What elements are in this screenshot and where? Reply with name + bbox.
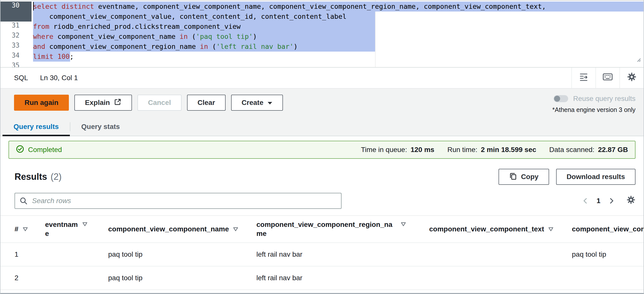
reuse-query-results-area: Reuse query results *Athena engine versi… (552, 95, 635, 113)
banner-metric: Data scanned:22.87 GB (549, 146, 628, 154)
column-header-label: # (15, 225, 19, 233)
actions-row: Run again Explain Cancel Clear Create Re… (1, 89, 643, 111)
sort-icon[interactable] (23, 227, 28, 231)
editor-language-label: SQL (14, 74, 28, 82)
clear-button[interactable]: Clear (187, 95, 226, 111)
check-circle-icon (16, 145, 24, 155)
explain-button[interactable]: Explain (74, 95, 132, 111)
metric-value: 2 min 18.599 sec (481, 146, 536, 154)
sort-icon[interactable] (82, 222, 88, 226)
gutter-line-number: 33 (1, 42, 32, 52)
code-token-pl: riodb_enriched_prod.clickstream_componen… (49, 23, 241, 30)
run-again-button[interactable]: Run again (14, 95, 69, 111)
table-preferences-button[interactable] (626, 195, 635, 206)
banner-metric: Time in queue:120 ms (361, 146, 434, 154)
code-token-pl: ( (208, 43, 216, 50)
code-area[interactable]: select distinct eventname, component_vie… (32, 1, 643, 67)
column-header-label: eventname (45, 220, 78, 238)
query-actions-area: Run again Explain Cancel Clear Create Re… (1, 89, 643, 136)
table-cell: paq tool tip (103, 250, 251, 258)
external-link-icon (114, 98, 121, 107)
code-token-pl: ) (253, 33, 257, 40)
column-header-label: component_view_component_text (429, 225, 544, 233)
copy-button[interactable]: Copy (499, 169, 549, 185)
gear-icon (626, 195, 635, 206)
code-line[interactable] (33, 62, 643, 67)
code-line[interactable]: select distinct eventname, component_vie… (33, 2, 643, 12)
code-text: limit 100; (33, 53, 74, 60)
reuse-results-toggle[interactable] (554, 95, 568, 102)
download-results-button[interactable]: Download results (556, 169, 635, 185)
code-text: component_view_component_value, content_… (33, 13, 347, 20)
gear-icon (627, 72, 636, 84)
sort-icon[interactable] (233, 227, 238, 231)
column-header-3[interactable]: component_view_component_region_name (251, 220, 424, 238)
cancel-button[interactable]: Cancel (137, 95, 182, 111)
table-cell: paq tool tip (566, 250, 644, 258)
code-line[interactable]: limit 100; (33, 52, 643, 62)
code-token-kw: in (180, 33, 188, 40)
results-title: Results (15, 172, 47, 182)
code-token-pl: component_view_component_name (53, 33, 180, 40)
pagination: 1 (582, 195, 635, 206)
copy-label: Copy (521, 173, 539, 181)
query-status-banner: Completed Time in queue:120 msRun time:2… (9, 141, 635, 159)
toggle-knob (554, 96, 560, 102)
table-row: 1paq tool tipleft rail nav barpaq tool t… (1, 243, 643, 266)
results-table: #eventnamecomponent_view_component_namec… (1, 215, 643, 290)
keyboard-shortcuts-button[interactable] (595, 68, 619, 88)
code-text: where component_view_component_name in (… (33, 33, 257, 40)
create-button[interactable]: Create (231, 95, 283, 111)
next-page-button[interactable] (608, 197, 615, 204)
code-token-pl: ) (293, 43, 297, 50)
banner-metric: Run time:2 min 18.599 sec (447, 146, 536, 154)
code-token-pl: component_view_component_region_name (45, 43, 200, 50)
code-token-kw: from (33, 23, 49, 30)
tabs: Query resultsQuery stats (1, 118, 643, 136)
sql-editor[interactable]: 303132333435 select distinct eventname, … (1, 1, 643, 68)
column-header-label: component_view_com (572, 225, 644, 233)
gutter-line-number: 30 (1, 2, 32, 12)
table-header: #eventnamecomponent_view_component_namec… (1, 215, 643, 243)
column-header-2[interactable]: component_view_component_name (103, 225, 251, 233)
code-token-str: 'paq tool tip' (196, 33, 253, 40)
previous-page-button[interactable] (582, 197, 589, 204)
code-line[interactable]: component_view_component_value, content_… (33, 12, 643, 22)
reuse-results-label: Reuse query results (573, 95, 635, 103)
table-cell: left rail nav bar (251, 274, 424, 282)
code-text: and component_view_component_region_name… (33, 43, 298, 50)
column-header-4[interactable]: component_view_component_text (424, 225, 566, 233)
column-header-0[interactable]: # (1, 225, 41, 233)
engine-version-note: *Athena engine version 3 only (552, 106, 635, 113)
code-token-pl (53, 53, 57, 60)
editor-resize-handle-icon[interactable] (635, 55, 641, 64)
search-box (15, 193, 342, 209)
code-token-num: 100 (58, 53, 70, 60)
table-cell: 2 (1, 274, 41, 282)
reuse-toggle-row: Reuse query results (552, 95, 635, 103)
results-content: Completed Time in queue:120 msRun time:2… (1, 136, 643, 290)
sort-icon[interactable] (548, 227, 554, 231)
column-header-1[interactable]: eventname (41, 220, 103, 238)
gutter-line-number: 34 (1, 52, 32, 62)
code-rows: select distinct eventname, component_vie… (33, 2, 643, 67)
editor-status-bar: SQL Ln 30, Col 1 (1, 68, 643, 89)
current-page-number[interactable]: 1 (595, 197, 601, 205)
tab-query-results[interactable]: Query results (3, 118, 70, 136)
sort-icon[interactable] (401, 222, 406, 226)
copy-icon (509, 172, 517, 182)
format-code-button[interactable] (571, 68, 595, 88)
gutter-line-number (1, 12, 32, 22)
editor-settings-button[interactable] (619, 68, 643, 88)
status-left: Completed (16, 145, 62, 155)
code-token-pl: component_view_component_value, content_… (33, 13, 347, 20)
code-line[interactable]: and component_view_component_region_name… (33, 42, 643, 52)
column-header-label: component_view_component_name (108, 225, 229, 233)
tab-query-stats[interactable]: Query stats (70, 118, 131, 136)
code-line[interactable]: from riodb_enriched_prod.clickstream_com… (33, 22, 643, 32)
column-header-5[interactable]: component_view_com (566, 225, 644, 233)
code-line[interactable]: where component_view_component_name in (… (33, 32, 643, 42)
search-rows-input[interactable] (15, 193, 342, 209)
gutter-line-number: 32 (1, 32, 32, 42)
editor-gutter: 303132333435 (1, 1, 32, 67)
